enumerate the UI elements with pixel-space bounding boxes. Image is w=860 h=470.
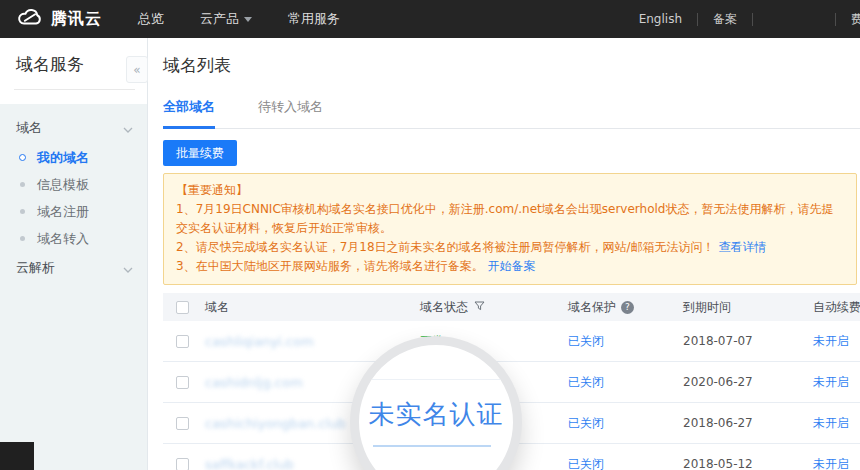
expire-date: 2020-06-27 [683, 375, 753, 389]
header-status: 域名状态 [420, 299, 468, 316]
protection-link[interactable]: 已关闭 [568, 415, 604, 432]
nav-products-label: 云产品 [200, 10, 239, 28]
chevron-down-icon [244, 17, 252, 22]
sidebar-group-domain-label: 域名 [16, 119, 42, 137]
view-details-link[interactable]: 查看详情 [718, 240, 766, 254]
important-notice-box: 【重要通知】 1、7月19日CNNIC审核机构域名实名接口优化中，新注册.com… [163, 173, 857, 285]
protection-link[interactable]: 已关闭 [568, 333, 604, 350]
sidebar-menu: 域名 我的域名 信息模板 域名注册 域名转入 [0, 104, 147, 470]
sidebar-group-domain[interactable]: 域名 [0, 112, 147, 144]
sidebar-divider [14, 89, 135, 90]
bullet-icon [19, 154, 26, 161]
auto-renew-link[interactable]: 未开启 [813, 375, 849, 389]
bullet-icon [20, 209, 25, 214]
tab-pending-transfer[interactable]: 待转入域名 [258, 98, 323, 128]
page-title: 域名列表 [163, 54, 860, 77]
corner-widget[interactable] [0, 442, 34, 470]
expire-date: 2018-07-07 [683, 334, 753, 348]
start-beian-link[interactable]: 开始备案 [487, 259, 535, 273]
tab-all-domains[interactable]: 全部域名 [163, 98, 215, 129]
sidebar-item-label: 我的域名 [37, 149, 89, 167]
sidebar-group-dns[interactable]: 云解析 [0, 252, 147, 284]
header-protection: 域名保护 [568, 299, 616, 316]
domain-name[interactable]: cashidnljg.com [205, 375, 303, 390]
notice-line-2: 2、请尽快完成域名实名认证，7月18日之前未实名的域名将被注册局暂停解析，网站/… [176, 238, 844, 257]
magnified-status-text: 未实名认证 [359, 397, 513, 432]
filter-icon[interactable] [474, 300, 485, 314]
domain-name[interactable]: cashliqianyi.com [205, 334, 314, 349]
nav-overview[interactable]: 总览 [138, 10, 164, 28]
auto-renew-link[interactable]: 未开启 [813, 334, 849, 348]
nav-beian[interactable]: 备案 [713, 11, 737, 28]
auto-renew-link[interactable]: 未开启 [813, 416, 849, 430]
sidebar-item-domain-transfer[interactable]: 域名转入 [0, 225, 147, 252]
magnified-row-divider [354, 379, 518, 380]
row-checkbox[interactable] [176, 417, 189, 430]
protection-link[interactable]: 已关闭 [568, 374, 604, 391]
header-auto-renew: 自动续费 [813, 299, 860, 316]
chevron-down-icon [123, 121, 133, 136]
sidebar-item-my-domains[interactable]: 我的域名 [0, 144, 147, 171]
brand-name: 腾讯云 [51, 9, 102, 30]
notice-line-1: 1、7月19日CNNIC审核机构域名实名接口优化中，新注册.com/.net域名… [176, 200, 844, 238]
sidebar-item-label: 域名注册 [37, 203, 89, 221]
sidebar-item-label: 信息模板 [37, 176, 89, 194]
batch-renew-button[interactable]: 批量续费 [163, 140, 237, 166]
table-row: cashliqianyi.com 正常 已关闭 2018-07-07 未开启 [163, 321, 860, 362]
sidebar: 域名服务 « 域名 我的域名 信息模板 域名注册 [0, 38, 148, 470]
expire-date: 2018-06-27 [683, 416, 753, 430]
nav-divider [752, 13, 753, 26]
navbar-right: English 备案 费用 [639, 11, 860, 28]
bullet-icon [20, 182, 25, 187]
auto-renew-link[interactable]: 未开启 [813, 457, 849, 470]
row-checkbox[interactable] [176, 335, 189, 348]
nav-fee[interactable]: 费用 [851, 11, 860, 28]
sidebar-item-info-templates[interactable]: 信息模板 [0, 171, 147, 198]
table-header-row: 域名 域名状态 域名保护 ? 到期时间 自动续费 [163, 293, 860, 321]
row-checkbox[interactable] [176, 458, 189, 470]
notice-line-3: 3、在中国大陆地区开展网站服务，请先将域名进行备案。 开始备案 [176, 257, 844, 276]
domain-name[interactable]: cashichiyongban.club [205, 416, 346, 431]
notice-title: 【重要通知】 [176, 181, 844, 200]
select-all-checkbox[interactable] [176, 301, 189, 314]
domain-name[interactable]: saffkackf.club [205, 457, 294, 470]
expire-date: 2018-05-12 [683, 457, 753, 470]
header-expire: 到期时间 [683, 299, 813, 316]
chevron-down-icon [123, 261, 133, 276]
header-domain: 域名 [205, 299, 420, 316]
sidebar-service-title: 域名服务 [0, 38, 147, 76]
sidebar-collapse-button[interactable]: « [126, 56, 148, 83]
sidebar-item-label: 域名转入 [37, 230, 89, 248]
notice-line-3-text: 3、在中国大陆地区开展网站服务，请先将域名进行备案。 [176, 259, 484, 273]
top-navbar: 腾讯云 总览 云产品 常用服务 English 备案 费用 [0, 0, 860, 38]
row-checkbox[interactable] [176, 376, 189, 389]
cloud-logo-icon [16, 8, 44, 30]
nav-common-services[interactable]: 常用服务 [288, 10, 340, 28]
nav-products[interactable]: 云产品 [200, 10, 252, 28]
nav-divider [835, 13, 836, 26]
notice-line-2-text: 2、请尽快完成域名实名认证，7月18日之前未实名的域名将被注册局暂停解析，网站/… [176, 240, 715, 254]
protection-link[interactable]: 已关闭 [568, 456, 604, 470]
help-icon[interactable]: ? [621, 301, 634, 314]
sidebar-group-dns-label: 云解析 [16, 259, 55, 277]
nav-language[interactable]: English [639, 12, 682, 26]
magnified-link-underline [373, 445, 491, 447]
nav-divider [697, 13, 698, 26]
tab-bar: 全部域名 待转入域名 [163, 98, 860, 129]
bullet-icon [20, 236, 25, 241]
tencent-cloud-logo[interactable]: 腾讯云 [16, 8, 102, 30]
sidebar-item-domain-register[interactable]: 域名注册 [0, 198, 147, 225]
